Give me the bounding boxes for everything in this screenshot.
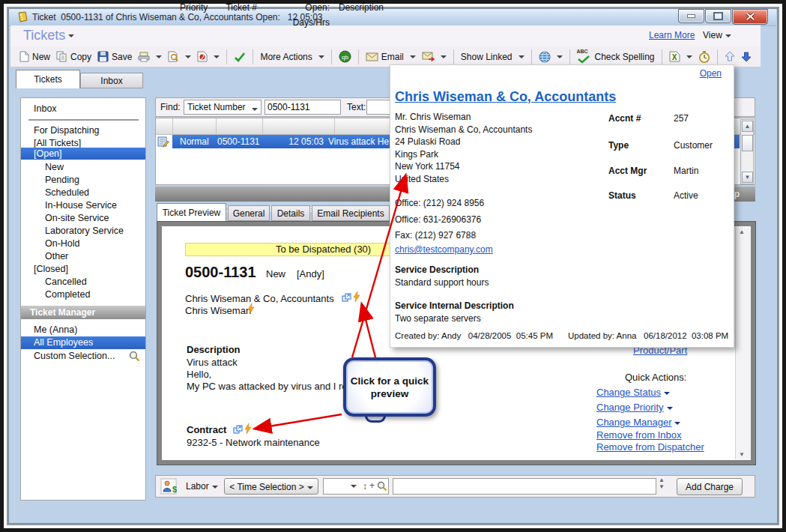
email-link[interactable]: chris@testcompany.com [395, 244, 493, 255]
sidebar-item-inbox[interactable]: Inbox [21, 103, 145, 115]
sidebar-item-all-employees[interactable]: All Employees [21, 336, 145, 349]
approve-button[interactable] [231, 50, 249, 64]
forward-email-button[interactable] [419, 50, 450, 63]
time-selection-label: < Time Selection > [229, 482, 303, 492]
remove-from-inbox-link[interactable]: Remove from Inbox [596, 429, 681, 441]
text-search-label: Text: [347, 102, 366, 112]
scroll-up-icon[interactable]: ▲ [739, 229, 745, 235]
new-button[interactable]: New [16, 49, 53, 64]
timer-button[interactable] [695, 49, 713, 64]
time-selection-button[interactable]: < Time Selection > [224, 478, 318, 495]
minimize-button[interactable] [678, 9, 704, 23]
col-open-days[interactable]: Open: Days/Hrs [266, 0, 330, 15]
account-address: Mr. Chris Wiseman Chris Wiseman & Co, Ac… [395, 111, 532, 185]
sidebar-item-for-dispatching[interactable]: For Dispatching [21, 124, 145, 137]
close-button[interactable] [732, 9, 768, 25]
open-link-icon[interactable] [233, 425, 243, 436]
next-button[interactable] [738, 49, 755, 64]
export-excel-button[interactable]: X [666, 49, 695, 64]
sidebar-item-me-anna[interactable]: Me (Anna) [21, 324, 145, 336]
tab-inbox[interactable]: Inbox [80, 73, 143, 88]
scroll-down-icon[interactable]: ▼ [742, 172, 753, 183]
labor-charge-icon[interactable]: $ [160, 478, 177, 497]
tab-ticket-preview[interactable]: Ticket Preview [157, 203, 226, 221]
maximize-button[interactable] [705, 9, 731, 23]
tab-general[interactable]: General [228, 205, 270, 221]
sidebar-item-other[interactable]: Other [21, 250, 145, 263]
preview-scrollbar[interactable]: ▲ ▼ [735, 227, 751, 459]
sidebar-inbox-label: Inbox [21, 103, 145, 115]
email-button[interactable]: Email [363, 50, 419, 64]
print-preview-button[interactable] [165, 49, 194, 64]
learn-more-link[interactable]: Learn More [649, 30, 695, 40]
copy-button[interactable]: Copy [53, 49, 94, 64]
sidebar-item-custom-selection[interactable]: Custom Selection... [21, 350, 145, 363]
row-description: Virus attack He [328, 135, 389, 148]
spinner-control[interactable]: ▲▼ [659, 477, 665, 491]
module-menu-tickets[interactable]: Tickets [23, 28, 74, 43]
change-status-link[interactable]: Change Status [596, 387, 670, 398]
account-title-link[interactable]: Chris Wiseman & Co, Accountants [395, 89, 616, 105]
scroll-up-icon[interactable]: ▲ [742, 121, 753, 132]
quick-preview-bolt-icon[interactable] [244, 423, 252, 436]
sidebar-item-on-site-service[interactable]: On-site Service [21, 212, 145, 225]
quick-preview-bolt-icon[interactable] [353, 291, 360, 304]
more-actions-button[interactable]: More Actions [257, 50, 327, 64]
sidebar-item-cancelled[interactable]: Cancelled [21, 276, 145, 288]
previous-button[interactable] [722, 49, 738, 64]
col-description[interactable]: Description [339, 0, 391, 15]
updown-icon[interactable]: ↕ [363, 481, 367, 492]
sidebar-label: In-House Service [21, 199, 145, 212]
check-spelling-button[interactable]: ABC Check Spelling [574, 49, 658, 65]
change-priority-link[interactable]: Change Priority [596, 402, 673, 413]
sidebar-label: Me (Anna) [21, 324, 145, 336]
grid-scrollbar[interactable]: ▲ ▼ [740, 119, 754, 184]
sidebar-item-scheduled[interactable]: Scheduled [21, 187, 145, 199]
quickbooks-button[interactable]: qb [336, 49, 354, 64]
view-menu[interactable]: View [703, 30, 731, 40]
charge-type-dropdown[interactable]: Labor [186, 481, 218, 492]
plus-icon[interactable]: + [369, 480, 375, 491]
change-manager-link[interactable]: Change Manager [596, 417, 680, 428]
sidebar-item-in-house-service[interactable]: In-House Service [21, 199, 145, 212]
sidebar-item-completed[interactable]: Completed [21, 288, 145, 301]
remove-from-dispatcher-link[interactable]: Remove from Dispatcher [596, 441, 704, 453]
save-button[interactable]: Save [94, 49, 135, 64]
pdf-button[interactable] [194, 49, 223, 64]
sidebar-item-laboratory-service[interactable]: Laboratory Service [21, 225, 145, 238]
print-button[interactable] [135, 50, 165, 64]
window-titlebar[interactable]: Ticket 0500-1131 of Chris Wiseman & Co, … [9, 9, 776, 26]
open-link-icon[interactable] [342, 293, 351, 304]
sidebar-label: Cancelled [21, 276, 145, 288]
check-spelling-label: Check Spelling [595, 52, 655, 62]
row-open: 12 05:03 [266, 135, 324, 148]
sidebar-item-pending[interactable]: Pending [21, 174, 145, 187]
col-ticket[interactable]: Ticket # [220, 0, 257, 15]
toolbar-separator [358, 49, 359, 64]
col-priority[interactable]: Priority [180, 0, 208, 15]
arrow-up-icon [725, 51, 735, 62]
tab-details[interactable]: Details [271, 205, 310, 221]
charge-description-input[interactable] [393, 478, 656, 495]
scrollbar-thumb[interactable] [742, 135, 753, 151]
sidebar-item-closed[interactable]: [Closed] [21, 263, 145, 276]
open-account-link[interactable]: Open [700, 68, 722, 79]
tab-email-recipients[interactable]: Email Recipients [312, 205, 390, 221]
find-field-dropdown[interactable]: Ticket Number [184, 100, 262, 115]
show-linked-button[interactable]: Show Linked [458, 50, 527, 64]
rate-combo[interactable]: ↕ + [323, 478, 389, 495]
quick-preview-bolt-icon[interactable] [247, 303, 255, 316]
search-icon[interactable] [377, 481, 387, 494]
sidebar-label: Other [21, 250, 145, 263]
sidebar-item-on-hold[interactable]: On-Hold [21, 238, 145, 250]
add-charge-button[interactable]: Add Charge [677, 478, 743, 495]
save-icon [97, 51, 109, 62]
sidebar-item-new[interactable]: New [21, 161, 145, 174]
scroll-down-icon[interactable]: ▼ [739, 451, 745, 458]
sidebar-item-open[interactable]: [Open] [21, 148, 145, 160]
tab-tickets[interactable]: Tickets [16, 70, 80, 88]
find-value-input[interactable] [264, 100, 341, 115]
web-button[interactable] [536, 49, 566, 64]
search-icon[interactable] [129, 351, 140, 364]
chevron-down-icon [410, 55, 416, 61]
